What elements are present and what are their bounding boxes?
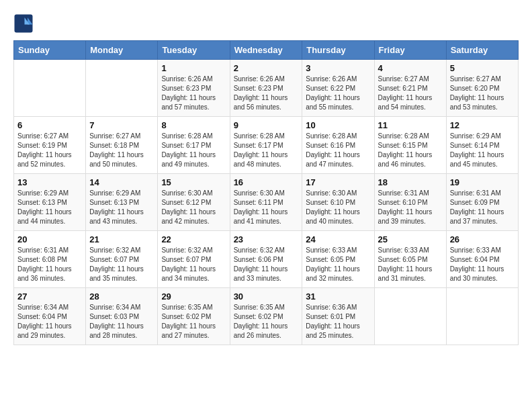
day-info: Sunrise: 6:33 AM Sunset: 6:05 PM Dayligh… — [378, 246, 443, 283]
day-number: 15 — [161, 177, 226, 187]
day-number: 22 — [161, 234, 226, 244]
calendar-cell: 30Sunrise: 6:35 AM Sunset: 6:02 PM Dayli… — [230, 288, 302, 345]
calendar-cell: 5Sunrise: 6:27 AM Sunset: 6:20 PM Daylig… — [446, 60, 518, 117]
logo-icon — [13, 13, 34, 34]
day-number: 12 — [450, 120, 515, 130]
day-number: 25 — [378, 234, 443, 244]
calendar-cell: 17Sunrise: 6:30 AM Sunset: 6:10 PM Dayli… — [302, 174, 374, 231]
weekday-header: Saturday — [446, 41, 518, 60]
day-info: Sunrise: 6:30 AM Sunset: 6:11 PM Dayligh… — [234, 189, 299, 226]
day-info: Sunrise: 6:34 AM Sunset: 6:03 PM Dayligh… — [89, 303, 154, 340]
calendar-cell: 28Sunrise: 6:34 AM Sunset: 6:03 PM Dayli… — [86, 288, 158, 345]
day-number: 5 — [450, 63, 515, 73]
calendar-cell: 9Sunrise: 6:28 AM Sunset: 6:17 PM Daylig… — [230, 117, 302, 174]
day-info: Sunrise: 6:33 AM Sunset: 6:05 PM Dayligh… — [306, 246, 370, 283]
calendar-cell: 22Sunrise: 6:32 AM Sunset: 6:07 PM Dayli… — [158, 231, 230, 288]
day-info: Sunrise: 6:27 AM Sunset: 6:20 PM Dayligh… — [450, 75, 515, 112]
day-number: 10 — [306, 120, 370, 130]
day-info: Sunrise: 6:35 AM Sunset: 6:02 PM Dayligh… — [161, 303, 226, 340]
day-number: 6 — [17, 120, 82, 130]
day-info: Sunrise: 6:28 AM Sunset: 6:17 PM Dayligh… — [234, 132, 299, 169]
weekday-header: Tuesday — [158, 41, 230, 60]
day-number: 17 — [306, 177, 370, 187]
weekday-header: Friday — [374, 41, 446, 60]
day-info: Sunrise: 6:32 AM Sunset: 6:07 PM Dayligh… — [161, 246, 226, 283]
weekday-header: Monday — [86, 41, 158, 60]
day-info: Sunrise: 6:27 AM Sunset: 6:19 PM Dayligh… — [17, 132, 82, 169]
calendar-cell: 15Sunrise: 6:30 AM Sunset: 6:12 PM Dayli… — [158, 174, 230, 231]
weekday-header-row: SundayMondayTuesdayWednesdayThursdayFrid… — [14, 41, 519, 60]
day-number: 26 — [450, 234, 515, 244]
logo — [13, 13, 36, 34]
day-number: 19 — [450, 177, 515, 187]
calendar-cell: 26Sunrise: 6:33 AM Sunset: 6:04 PM Dayli… — [446, 231, 518, 288]
day-info: Sunrise: 6:30 AM Sunset: 6:12 PM Dayligh… — [161, 189, 226, 226]
day-info: Sunrise: 6:27 AM Sunset: 6:18 PM Dayligh… — [89, 132, 154, 169]
calendar-cell: 12Sunrise: 6:29 AM Sunset: 6:14 PM Dayli… — [446, 117, 518, 174]
day-number: 2 — [234, 63, 299, 73]
calendar-cell: 6Sunrise: 6:27 AM Sunset: 6:19 PM Daylig… — [14, 117, 86, 174]
day-info: Sunrise: 6:31 AM Sunset: 6:10 PM Dayligh… — [378, 189, 443, 226]
calendar-week-row: 27Sunrise: 6:34 AM Sunset: 6:04 PM Dayli… — [14, 288, 519, 345]
calendar-cell: 18Sunrise: 6:31 AM Sunset: 6:10 PM Dayli… — [374, 174, 446, 231]
calendar-cell: 11Sunrise: 6:28 AM Sunset: 6:15 PM Dayli… — [374, 117, 446, 174]
day-info: Sunrise: 6:28 AM Sunset: 6:17 PM Dayligh… — [161, 132, 226, 169]
day-number: 18 — [378, 177, 443, 187]
day-info: Sunrise: 6:29 AM Sunset: 6:14 PM Dayligh… — [450, 132, 515, 169]
day-number: 8 — [161, 120, 226, 130]
calendar-cell — [14, 60, 86, 117]
day-number: 20 — [17, 234, 82, 244]
calendar-cell: 14Sunrise: 6:29 AM Sunset: 6:13 PM Dayli… — [86, 174, 158, 231]
calendar-table: SundayMondayTuesdayWednesdayThursdayFrid… — [13, 40, 519, 345]
page-header — [13, 13, 519, 34]
day-info: Sunrise: 6:30 AM Sunset: 6:10 PM Dayligh… — [306, 189, 370, 226]
calendar-cell: 25Sunrise: 6:33 AM Sunset: 6:05 PM Dayli… — [374, 231, 446, 288]
day-info: Sunrise: 6:26 AM Sunset: 6:23 PM Dayligh… — [234, 75, 299, 112]
day-number: 11 — [378, 120, 443, 130]
weekday-header: Wednesday — [230, 41, 302, 60]
day-number: 24 — [306, 234, 370, 244]
calendar-cell: 8Sunrise: 6:28 AM Sunset: 6:17 PM Daylig… — [158, 117, 230, 174]
calendar-cell: 21Sunrise: 6:32 AM Sunset: 6:07 PM Dayli… — [86, 231, 158, 288]
day-number: 9 — [234, 120, 299, 130]
calendar-cell — [86, 60, 158, 117]
weekday-header: Sunday — [14, 41, 86, 60]
calendar-cell: 1Sunrise: 6:26 AM Sunset: 6:23 PM Daylig… — [158, 60, 230, 117]
calendar-week-row: 6Sunrise: 6:27 AM Sunset: 6:19 PM Daylig… — [14, 117, 519, 174]
day-info: Sunrise: 6:28 AM Sunset: 6:15 PM Dayligh… — [378, 132, 443, 169]
calendar-week-row: 1Sunrise: 6:26 AM Sunset: 6:23 PM Daylig… — [14, 60, 519, 117]
day-info: Sunrise: 6:31 AM Sunset: 6:08 PM Dayligh… — [17, 246, 82, 283]
day-number: 4 — [378, 63, 443, 73]
calendar-cell: 31Sunrise: 6:36 AM Sunset: 6:01 PM Dayli… — [302, 288, 374, 345]
day-info: Sunrise: 6:34 AM Sunset: 6:04 PM Dayligh… — [17, 303, 82, 340]
calendar-cell: 23Sunrise: 6:32 AM Sunset: 6:06 PM Dayli… — [230, 231, 302, 288]
day-number: 31 — [306, 291, 370, 302]
weekday-header: Thursday — [302, 41, 374, 60]
calendar-cell: 4Sunrise: 6:27 AM Sunset: 6:21 PM Daylig… — [374, 60, 446, 117]
day-number: 3 — [306, 63, 370, 73]
day-number: 1 — [161, 63, 226, 73]
day-info: Sunrise: 6:27 AM Sunset: 6:21 PM Dayligh… — [378, 75, 443, 112]
day-number: 29 — [161, 291, 226, 302]
day-info: Sunrise: 6:32 AM Sunset: 6:06 PM Dayligh… — [234, 246, 299, 283]
calendar-week-row: 20Sunrise: 6:31 AM Sunset: 6:08 PM Dayli… — [14, 231, 519, 288]
calendar-cell: 3Sunrise: 6:26 AM Sunset: 6:22 PM Daylig… — [302, 60, 374, 117]
day-info: Sunrise: 6:26 AM Sunset: 6:23 PM Dayligh… — [161, 75, 226, 112]
calendar-cell: 13Sunrise: 6:29 AM Sunset: 6:13 PM Dayli… — [14, 174, 86, 231]
day-number: 14 — [89, 177, 154, 187]
day-info: Sunrise: 6:29 AM Sunset: 6:13 PM Dayligh… — [17, 189, 82, 226]
day-number: 23 — [234, 234, 299, 244]
day-info: Sunrise: 6:28 AM Sunset: 6:16 PM Dayligh… — [306, 132, 370, 169]
day-number: 30 — [234, 291, 299, 302]
day-info: Sunrise: 6:31 AM Sunset: 6:09 PM Dayligh… — [450, 189, 515, 226]
day-info: Sunrise: 6:29 AM Sunset: 6:13 PM Dayligh… — [89, 189, 154, 226]
day-info: Sunrise: 6:32 AM Sunset: 6:07 PM Dayligh… — [89, 246, 154, 283]
calendar-cell: 2Sunrise: 6:26 AM Sunset: 6:23 PM Daylig… — [230, 60, 302, 117]
day-info: Sunrise: 6:36 AM Sunset: 6:01 PM Dayligh… — [306, 303, 370, 340]
day-number: 21 — [89, 234, 154, 244]
day-number: 16 — [234, 177, 299, 187]
day-number: 13 — [17, 177, 82, 187]
calendar-cell: 29Sunrise: 6:35 AM Sunset: 6:02 PM Dayli… — [158, 288, 230, 345]
day-info: Sunrise: 6:35 AM Sunset: 6:02 PM Dayligh… — [234, 303, 299, 340]
calendar-cell — [374, 288, 446, 345]
